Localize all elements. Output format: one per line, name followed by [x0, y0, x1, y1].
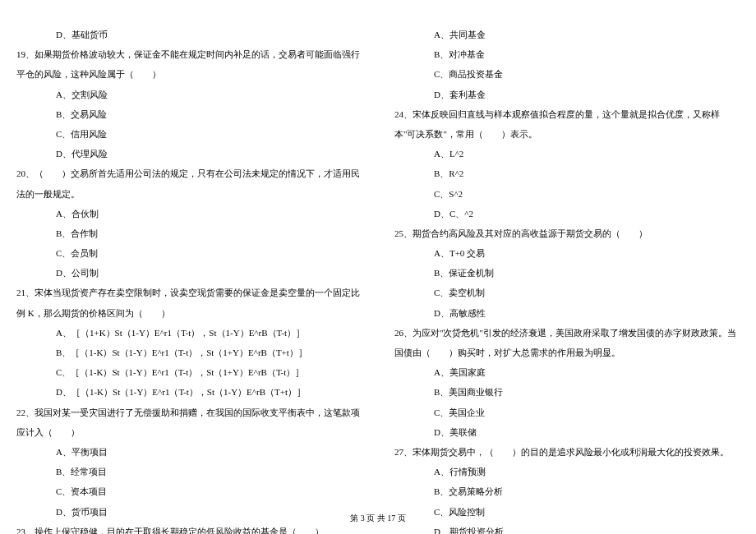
q23-option-d: D、套利基金 [394, 85, 740, 104]
q21-option-b: B、［（1-K）St（1-Y）E^r1（T-t），St（1+Y）E^rB（T+t… [16, 343, 362, 362]
q22-option-a: A、平衡项目 [16, 442, 362, 462]
q20-option-b: B、合作制 [16, 223, 362, 243]
right-column: A、共同基金 B、对冲基金 C、商品投资基金 D、套利基金 24、宋体反映回归直… [394, 25, 740, 501]
left-column: D、基础货币 19、如果期货价格波动较大，保证金不能在规定时间内补足的话，交易者… [16, 25, 362, 501]
q19-option-d: D、代理风险 [16, 144, 362, 163]
q21-option-c: C、［（1-K）St（1-Y）E^r1（T-t），St（1+Y）E^rB（T-t… [16, 362, 362, 382]
q22-option-b: B、经常项目 [16, 462, 362, 481]
q23-option-a: A、共同基金 [394, 25, 740, 44]
q23-option-c: C、商品投资基金 [394, 64, 740, 84]
q20-option-a: A、合伙制 [16, 204, 362, 223]
q21-option-a: A、［（1+K）St（1-Y）E^r1（T-t），St（1-Y）E^rB（T-t… [16, 323, 362, 343]
q18-option-d: D、基础货币 [16, 25, 362, 44]
q19-option-a: A、交割风险 [16, 85, 362, 104]
q27-text: 27、宋体期货交易中，（ ）的目的是追求风险最小化或利润最大化的投资效果。 [394, 442, 740, 462]
page-footer: 第 3 页 共 17 页 [0, 513, 756, 524]
q19-option-b: B、交易风险 [16, 104, 362, 124]
q26-option-d: D、美联储 [394, 422, 740, 442]
q25-option-c: C、卖空机制 [394, 283, 740, 302]
q25-option-a: A、T+0 交易 [394, 243, 740, 263]
q27-option-a: A、行情预测 [394, 462, 740, 481]
q19-text: 19、如果期货价格波动较大，保证金不能在规定时间内补足的话，交易者可能面临强行平… [16, 44, 362, 84]
q24-option-d: D、C、^2 [394, 204, 740, 223]
q21-option-d: D、［（1-K）St（1-Y）E^r1（T-t），St（1-Y）E^rB（T+t… [16, 382, 362, 402]
q25-option-b: B、保证金机制 [394, 263, 740, 283]
q20-option-d: D、公司制 [16, 263, 362, 283]
q24-option-b: B、R^2 [394, 163, 740, 183]
q24-option-a: A、L^2 [394, 144, 740, 163]
q19-option-c: C、信用风险 [16, 124, 362, 144]
q20-text: 20、（ ）交易所首先适用公司法的规定，只有在公司法未规定的情况下，才适用民法的… [16, 163, 362, 203]
q26-text: 26、为应对"次贷危机"引发的经济衰退，美国政府采取了增发国债的赤字财政政策。当… [394, 323, 740, 362]
q25-option-d: D、高敏感性 [394, 303, 740, 323]
q24-text: 24、宋体反映回归直线与样本观察值拟合程度的量，这个量就是拟合优度，又称样本"可… [394, 104, 740, 144]
q23-option-b: B、对冲基金 [394, 44, 740, 64]
q26-option-b: B、美国商业银行 [394, 382, 740, 402]
q24-option-c: C、S^2 [394, 184, 740, 204]
q22-option-c: C、资本项目 [16, 481, 362, 501]
q22-text: 22、我国对某一受灾国进行了无偿援助和捐赠，在我国的国际收支平衡表中，这笔款项应… [16, 403, 362, 442]
content-columns: D、基础货币 19、如果期货价格波动较大，保证金不能在规定时间内补足的话，交易者… [16, 25, 740, 501]
q27-option-b: B、交易策略分析 [394, 481, 740, 501]
q20-option-c: C、会员制 [16, 243, 362, 263]
q26-option-a: A、美国家庭 [394, 362, 740, 382]
q26-option-c: C、美国企业 [394, 403, 740, 422]
q25-text: 25、期货合约高风险及其对应的高收益源于期货交易的（ ） [394, 223, 740, 243]
q21-text: 21、宋体当现货资产存在卖空限制时，设卖空现货需要的保证金是卖空量的一个固定比例… [16, 283, 362, 322]
